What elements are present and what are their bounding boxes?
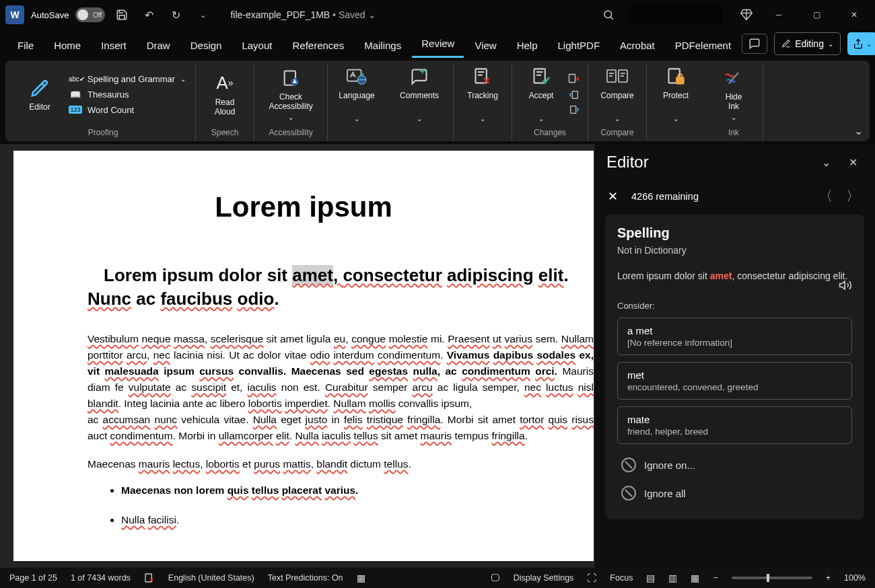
ignore-once-button[interactable]: Ignore on...: [617, 451, 852, 479]
ignore-all-button[interactable]: Ignore all: [617, 479, 852, 507]
sent-pre: Lorem ipsum dolor sit: [617, 270, 710, 281]
search-icon[interactable]: [595, 5, 622, 25]
status-display[interactable]: Display Settings: [514, 573, 574, 583]
sent-post: , consectetur adipiscing elit.: [732, 270, 847, 281]
tab-home[interactable]: Home: [44, 34, 90, 58]
web-layout-icon[interactable]: ▦: [691, 573, 699, 583]
editor-next-icon[interactable]: 〉: [844, 187, 862, 205]
read-mode-icon[interactable]: ▤: [646, 573, 655, 583]
diamond-icon[interactable]: [736, 5, 757, 25]
lead-error-word[interactable]: amet: [292, 265, 333, 285]
tab-help[interactable]: Help: [508, 34, 547, 58]
sugg2-desc: friend, helper, breed: [627, 427, 842, 437]
group-accessibility-label: Accessibility: [269, 125, 312, 141]
autosave-label: AutoSave: [31, 10, 69, 20]
status-words[interactable]: 1 of 7434 words: [71, 573, 131, 583]
document-viewport[interactable]: Lorem ipsum Lorem ipsum dolor sit amet, …: [0, 144, 594, 568]
zoom-out-button[interactable]: −: [713, 573, 718, 583]
language-button[interactable]: Language⌄: [335, 65, 379, 124]
zoom-in-button[interactable]: +: [826, 573, 831, 583]
read-aloud-button[interactable]: A» Read Aloud: [203, 72, 247, 117]
group-tracking: Tracking⌄: [454, 63, 512, 141]
undo-icon[interactable]: ↶: [139, 5, 159, 25]
reject-button[interactable]: [567, 73, 581, 85]
tab-acrobat[interactable]: Acrobat: [610, 34, 664, 58]
spellcheck-status-icon[interactable]: [144, 573, 155, 583]
minimize-button[interactable]: ─: [763, 5, 794, 25]
share-button[interactable]: ⌄: [847, 32, 875, 55]
macro-status-icon[interactable]: ▦: [357, 573, 365, 583]
comments-icon: [409, 65, 429, 88]
comments-button[interactable]: Comments⌄: [392, 65, 446, 124]
tab-references[interactable]: References: [283, 34, 353, 58]
pane-collapse-icon[interactable]: ⌄: [816, 152, 836, 172]
status-focus[interactable]: Focus: [610, 573, 633, 583]
pane-close-icon[interactable]: ✕: [843, 152, 863, 172]
word-count-button[interactable]: 123Word Count: [66, 104, 188, 116]
thesaurus-button[interactable]: 📖Thesaurus: [66, 88, 188, 101]
group-ink: Hide Ink ⌄ Ink: [705, 63, 763, 141]
hide-ink-button[interactable]: Hide Ink ⌄: [711, 67, 756, 122]
group-protect-label: [674, 125, 676, 141]
protect-button[interactable]: Protect⌄: [654, 65, 698, 124]
maximize-button[interactable]: ▢: [801, 5, 832, 25]
compare-button[interactable]: Compare⌄: [595, 65, 639, 124]
suggestion-1[interactable]: met encountered, convened, greeted: [617, 362, 852, 400]
editor-icon: [30, 77, 50, 100]
tab-lightpdf[interactable]: LightPDF: [549, 34, 610, 58]
tab-draw[interactable]: Draw: [137, 34, 180, 58]
group-comments-label: [418, 125, 420, 141]
status-predictions[interactable]: Text Predictions: On: [268, 573, 343, 583]
previous-change-button[interactable]: [567, 89, 581, 100]
ink-icon: [724, 67, 744, 89]
status-language[interactable]: English (United States): [168, 573, 254, 583]
save-state: Saved: [339, 9, 365, 20]
tab-layout[interactable]: Layout: [232, 34, 281, 58]
tab-design[interactable]: Design: [181, 34, 232, 58]
doc-title: Lorem ipsum: [13, 191, 594, 223]
ribbon-collapse-icon[interactable]: ⌄: [854, 124, 863, 137]
tab-review[interactable]: Review: [412, 32, 464, 58]
focus-icon[interactable]: ⛶: [587, 573, 596, 583]
accept-button[interactable]: Accept⌄: [519, 65, 563, 124]
comments-pane-button[interactable]: [742, 34, 767, 54]
tab-file[interactable]: File: [8, 34, 43, 58]
tracking-button[interactable]: Tracking⌄: [460, 65, 505, 124]
redo-icon[interactable]: ↻: [166, 5, 186, 25]
doc-para1: Vestibulum neque massa, scelerisque sit …: [88, 331, 594, 444]
spelling-label: Spelling and Grammar: [88, 74, 175, 84]
next-change-button[interactable]: [567, 104, 581, 115]
check-accessibility-button[interactable]: Check Accessibility ⌄: [261, 67, 320, 122]
editing-mode-button[interactable]: Editing ⌄: [774, 32, 841, 55]
tab-view[interactable]: View: [465, 34, 505, 58]
editor-button[interactable]: Editor: [18, 77, 62, 112]
spelling-grammar-button[interactable]: abc✔Spelling and Grammar ⌄: [66, 73, 188, 85]
editor-back-icon[interactable]: ✕: [608, 189, 618, 204]
qat-customize-icon[interactable]: ⌄: [193, 5, 213, 25]
document-filename[interactable]: file-example_PDF_1MB • Saved ⌄: [230, 9, 376, 20]
group-language-label: [355, 125, 357, 141]
editor-prev-icon[interactable]: 〈: [817, 187, 835, 205]
editor-pane: Editor ⌄ ✕ ✕ 4266 remaining 〈 〉 Spelling…: [594, 144, 875, 568]
zoom-slider[interactable]: [732, 577, 812, 579]
speaker-icon[interactable]: [839, 279, 852, 292]
print-layout-icon[interactable]: ▥: [668, 573, 677, 583]
svg-line-1: [610, 17, 612, 19]
status-bar: Page 1 of 25 1 of 7434 words English (Un…: [0, 568, 875, 588]
close-window-button[interactable]: ✕: [839, 5, 870, 25]
editing-mode-label: Editing: [795, 38, 824, 49]
editor-button-label: Editor: [29, 102, 50, 112]
tab-insert[interactable]: Insert: [92, 34, 136, 58]
save-icon[interactable]: [112, 5, 132, 25]
autosave-toggle[interactable]: Off: [75, 7, 105, 22]
svg-rect-17: [569, 75, 575, 83]
status-zoom[interactable]: 100%: [844, 573, 866, 583]
display-settings-icon[interactable]: 🖵: [491, 573, 500, 583]
suggestion-2[interactable]: mate friend, helper, breed: [617, 406, 852, 444]
sugg0-desc: [No reference information]: [627, 338, 842, 348]
suggestion-0[interactable]: a met [No reference information]: [617, 318, 852, 355]
status-page[interactable]: Page 1 of 25: [9, 573, 57, 583]
tab-pdfelement[interactable]: PDFelement: [666, 34, 740, 58]
tab-mailings[interactable]: Mailings: [355, 34, 411, 58]
account-area[interactable]: [629, 5, 723, 25]
